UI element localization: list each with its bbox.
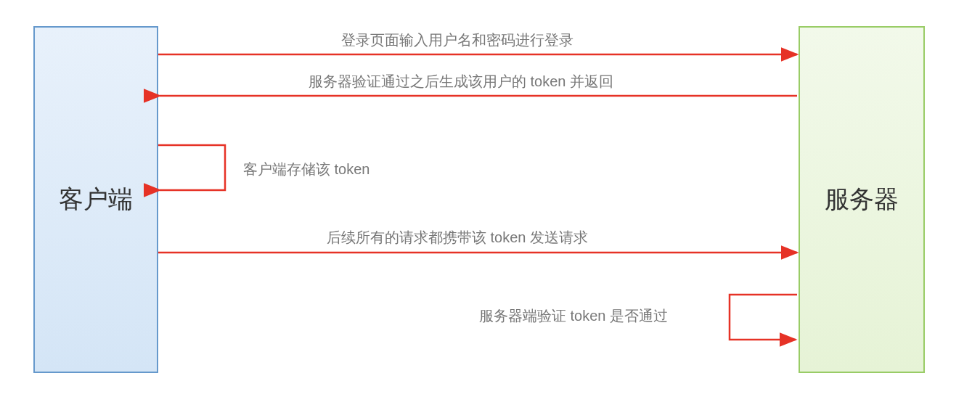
label-login: 登录页面输入用户名和密码进行登录 — [341, 30, 573, 50]
client-label: 客户端 — [59, 183, 133, 216]
label-token-return: 服务器验证通过之后生成该用户的 token 并返回 — [309, 72, 613, 91]
arrow-verify-token — [730, 295, 797, 340]
arrow-store-token — [158, 145, 225, 190]
label-verify-token: 服务器端验证 token 是否通过 — [479, 306, 668, 326]
server-actor-box: 服务器 — [799, 26, 925, 373]
label-request-with-token: 后续所有的请求都携带该 token 发送请求 — [327, 228, 588, 247]
label-store-token: 客户端存储该 token — [243, 160, 369, 179]
server-label: 服务器 — [825, 183, 899, 216]
client-actor-box: 客户端 — [33, 26, 158, 373]
